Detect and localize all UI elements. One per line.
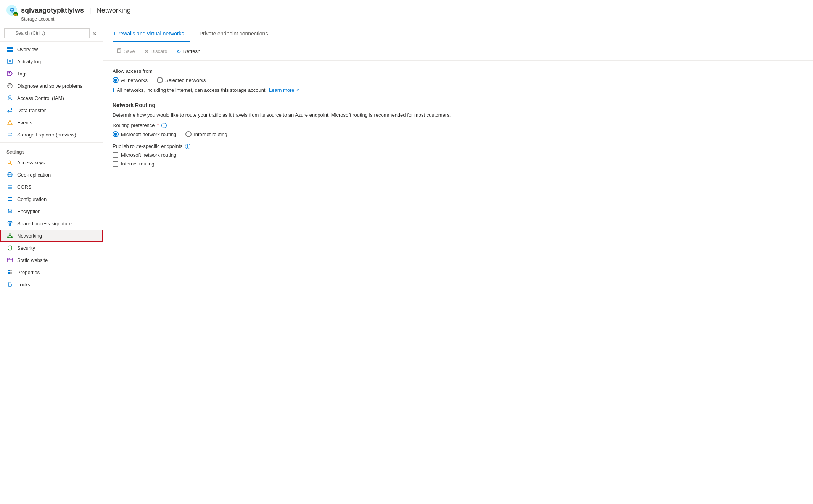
microsoft-routing-option[interactable]: Microsoft network routing — [113, 131, 176, 137]
svg-rect-50 — [8, 273, 10, 274]
sidebar-item-storage-explorer-label: Storage Explorer (preview) — [17, 132, 76, 138]
sidebar-item-shared-access-sig[interactable]: Shared access signature — [0, 217, 103, 230]
all-networks-option[interactable]: All networks — [113, 77, 148, 83]
sidebar-item-shared-access-sig-label: Shared access signature — [17, 221, 72, 226]
security-icon — [6, 244, 13, 251]
discard-button[interactable]: ✕ Discard — [140, 47, 171, 56]
encryption-icon — [6, 208, 13, 215]
sidebar-item-properties[interactable]: Properties — [0, 266, 103, 278]
svg-rect-2 — [7, 47, 10, 49]
sidebar-item-events-label: Events — [17, 120, 32, 125]
collapse-sidebar-button[interactable]: « — [90, 30, 99, 37]
publish-microsoft-row[interactable]: Microsoft network routing — [113, 152, 803, 158]
search-input[interactable] — [4, 28, 90, 38]
svg-line-42 — [10, 235, 12, 236]
sidebar-item-overview[interactable]: Overview — [0, 43, 103, 55]
sidebar-item-static-website-label: Static website — [17, 257, 48, 263]
sidebar-item-data-transfer[interactable]: Data transfer — [0, 104, 103, 116]
svg-point-31 — [10, 212, 11, 213]
publish-info-icon[interactable]: i — [185, 144, 190, 149]
publish-internet-label: Internet routing — [121, 161, 154, 167]
toolbar: Save ✕ Discard ↻ Refresh — [103, 42, 813, 61]
shared-access-icon — [6, 220, 13, 227]
svg-rect-28 — [8, 199, 12, 199]
activity-log-icon — [6, 58, 13, 65]
all-networks-radio[interactable] — [113, 77, 119, 83]
sidebar-item-security-label: Security — [17, 245, 35, 251]
routing-radio-group: Microsoft network routing Internet routi… — [113, 131, 803, 137]
sidebar-item-encryption-label: Encryption — [17, 209, 40, 214]
sidebar-item-iam[interactable]: Access Control (IAM) — [0, 92, 103, 104]
tab-firewalls[interactable]: Firewalls and virtual networks — [113, 25, 190, 42]
configuration-icon — [6, 196, 13, 202]
sidebar-item-geo-replication[interactable]: Geo-replication — [0, 169, 103, 181]
microsoft-routing-label: Microsoft network routing — [121, 132, 176, 137]
microsoft-routing-radio[interactable] — [113, 131, 119, 137]
sidebar-item-iam-label: Access Control (IAM) — [17, 95, 64, 101]
internet-routing-option[interactable]: Internet routing — [185, 131, 227, 137]
svg-point-11 — [9, 96, 11, 98]
save-button[interactable]: Save — [113, 46, 139, 56]
network-routing-section: Network Routing Determine how you would … — [113, 102, 803, 167]
sidebar-item-static-website[interactable]: Static website — [0, 254, 103, 266]
sidebar-item-locks[interactable]: Locks — [0, 278, 103, 291]
selected-networks-option[interactable]: Selected networks — [157, 77, 206, 83]
panel-content: Allow access from All networks Selected … — [103, 61, 813, 177]
events-icon — [6, 119, 13, 126]
svg-rect-27 — [8, 197, 12, 198]
routing-preference-row: Routing preference * i — [113, 122, 803, 128]
svg-point-34 — [9, 224, 11, 226]
resource-subtitle: Storage account — [21, 16, 805, 22]
sidebar-item-configuration[interactable]: Configuration — [0, 193, 103, 205]
svg-rect-26 — [10, 187, 12, 189]
refresh-label: Refresh — [183, 48, 201, 54]
svg-rect-53 — [10, 273, 12, 274]
svg-point-10 — [8, 83, 12, 88]
sidebar-nav: Overview Activity log Tags — [0, 42, 103, 504]
publish-microsoft-checkbox[interactable] — [113, 152, 118, 158]
svg-point-14 — [10, 124, 10, 124]
sidebar-item-cors[interactable]: CORS — [0, 181, 103, 193]
publish-microsoft-label: Microsoft network routing — [121, 152, 176, 158]
sidebar-item-events[interactable]: Events — [0, 116, 103, 128]
all-networks-label: All networks — [121, 77, 148, 83]
save-icon — [116, 48, 122, 55]
sidebar-item-tags[interactable]: Tags — [0, 67, 103, 80]
learn-more-label: Learn more — [269, 87, 294, 93]
refresh-button[interactable]: ↻ Refresh — [173, 47, 204, 56]
selected-networks-radio[interactable] — [157, 77, 163, 83]
svg-point-9 — [9, 72, 10, 74]
diagnose-icon — [6, 82, 13, 89]
sidebar-item-cors-label: CORS — [17, 184, 32, 190]
settings-section-label: Settings — [0, 144, 103, 156]
sidebar-item-activity-log[interactable]: Activity log — [0, 55, 103, 67]
learn-more-link[interactable]: Learn more ↗ — [269, 87, 299, 93]
svg-point-46 — [8, 258, 9, 259]
internet-routing-radio[interactable] — [185, 131, 192, 137]
sidebar-item-configuration-label: Configuration — [17, 196, 47, 202]
sidebar-item-networking[interactable]: Networking — [0, 230, 103, 242]
sidebar-item-security[interactable]: Security — [0, 242, 103, 254]
info-icon: ℹ — [113, 87, 114, 93]
access-keys-icon — [6, 159, 13, 166]
publish-internet-row[interactable]: Internet routing — [113, 161, 803, 167]
network-routing-desc: Determine how you would like to route yo… — [113, 112, 803, 118]
publish-internet-checkbox[interactable] — [113, 161, 118, 167]
sidebar-item-properties-label: Properties — [17, 270, 40, 275]
info-row: ℹ All networks, including the internet, … — [113, 87, 803, 93]
sidebar-item-diagnose[interactable]: Diagnose and solve problems — [0, 80, 103, 92]
resource-name: sqlvaagotypktlylws — [21, 6, 84, 14]
routing-info-icon[interactable]: i — [161, 123, 167, 128]
sidebar-item-storage-explorer[interactable]: Storage Explorer (preview) — [0, 128, 103, 141]
sidebar-item-data-transfer-label: Data transfer — [17, 108, 46, 113]
sidebar-item-networking-label: Networking — [17, 233, 42, 239]
static-website-icon — [6, 257, 13, 263]
sidebar-item-geo-replication-label: Geo-replication — [17, 172, 51, 178]
sidebar-item-tags-label: Tags — [17, 71, 27, 77]
sidebar-item-encryption[interactable]: Encryption — [0, 205, 103, 217]
required-star: * — [157, 122, 159, 128]
tab-private-endpoints[interactable]: Private endpoint connections — [198, 25, 274, 42]
info-text: All networks, including the internet, ca… — [117, 87, 267, 93]
sidebar-item-access-keys[interactable]: Access keys — [0, 156, 103, 169]
svg-rect-5 — [10, 50, 13, 52]
